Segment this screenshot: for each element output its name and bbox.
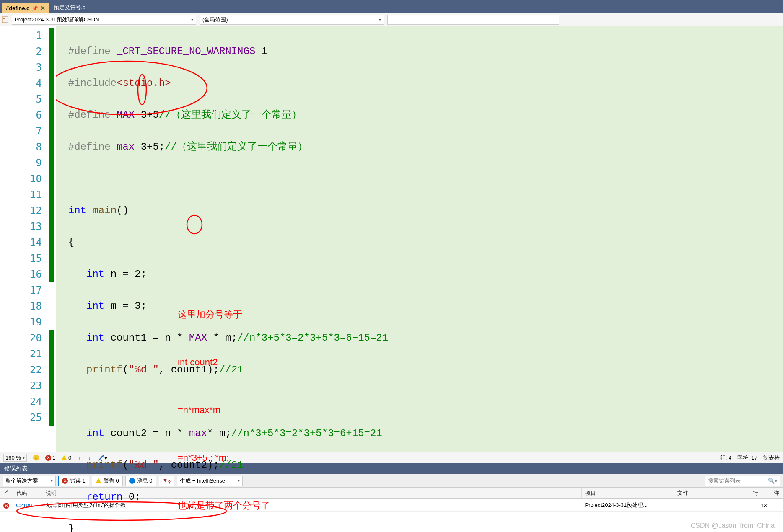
file-tabs: #define.c 📌 ✕ 预定义符号.c [0,0,783,13]
code-text[interactable]: #define _CRT_SECURE_NO_WARNINGS 1 #inclu… [56,26,783,452]
tab-label: 预定义符号.c [54,4,85,11]
tab-define-c[interactable]: #define.c 📌 ✕ [2,3,49,13]
scope-function-select[interactable]: (全局范围) ▾ [200,15,384,25]
feedback-icon[interactable]: 🙂 [33,455,39,461]
line-gutter: 1234567891011121314151617181920212223242… [0,26,49,452]
project-icon [2,16,8,23]
col-code[interactable]: 代码 [13,488,42,499]
pin-icon[interactable]: 📌 [32,5,38,11]
close-icon[interactable]: ✕ [41,5,45,11]
col-icon[interactable]: ⎇ [0,488,13,499]
tab-label: #define.c [6,5,29,11]
scope-navbar: Project2024-3-31预处理详解CSDN ▾ (全局范围) ▾ [0,13,783,26]
change-marker [49,26,56,452]
zoom-select[interactable]: 160 %▾ [3,454,27,462]
watermark: CSDN @Jason_from_China [691,522,775,529]
tab-predefined-c[interactable]: 预定义符号.c [49,2,89,13]
scope-function-label: (全局范围) [202,16,228,23]
error-code[interactable]: C2100 [16,502,32,509]
errlist-scope-select[interactable]: 整个解决方案▾ [3,476,56,486]
code-editor[interactable]: 1234567891011121314151617181920212223242… [0,26,783,452]
error-summary[interactable]: ✕1 [45,455,55,461]
scope-project-select[interactable]: Project2024-3-31预处理详解CSDN ▾ [12,15,196,25]
scope-project-label: Project2024-3-31预处理详解CSDN [15,16,99,23]
chevron-down-icon: ▾ [379,17,381,22]
svg-rect-1 [3,18,5,19]
chevron-down-icon: ▾ [191,17,193,22]
scope-member-select[interactable] [387,15,559,25]
